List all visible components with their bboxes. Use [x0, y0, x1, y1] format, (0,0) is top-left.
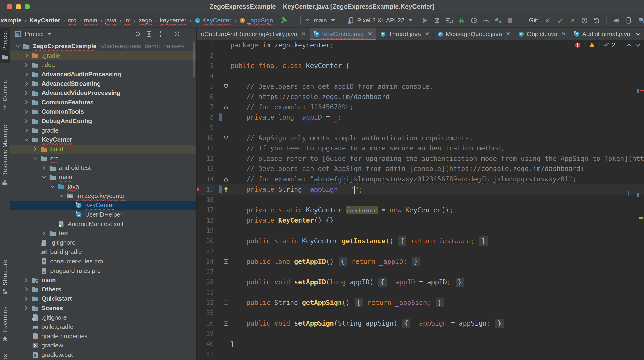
apply-changes-icon[interactable]: A	[433, 16, 441, 25]
tree-item-.idea[interactable]: .idea	[10, 60, 196, 70]
code-line-5[interactable]: 5 // Developers can get appID from admin…	[197, 81, 644, 92]
code-line-9[interactable]: 9	[197, 123, 644, 133]
breadcrumb-item-keycenter[interactable]: keycenter	[160, 17, 186, 24]
tree-item-AdvancedVideoProcessing[interactable]: AdvancedVideoProcessing	[10, 88, 196, 98]
chevron-collapsed-icon[interactable]	[22, 91, 31, 95]
inspections-widget[interactable]: 1 1 2	[575, 42, 641, 48]
chevron-collapsed-icon[interactable]	[31, 147, 40, 151]
tree-scrollbar-thumb[interactable]	[193, 42, 195, 77]
sdk-manager-icon[interactable]	[638, 16, 644, 25]
prev-problem-chevron-icon[interactable]	[626, 42, 632, 48]
code-line-39[interactable]: 39	[197, 329, 644, 339]
line-number[interactable]: 18	[197, 217, 214, 224]
breadcrumb-item-xample[interactable]: xample	[0, 17, 22, 24]
tree-item-androidTest[interactable]: androidTest	[10, 163, 196, 173]
line-number[interactable]: 11	[197, 145, 214, 152]
chevron-down-icon[interactable]	[48, 33, 52, 35]
code-line-7[interactable]: 7 // for example: 123456789L;	[197, 102, 644, 112]
chevron-expanded-icon[interactable]	[22, 137, 31, 142]
tab-MediaRecor[interactable]: CMediaRecor	[643, 28, 644, 40]
tree-item-build.gradle[interactable]: build.gradle	[10, 247, 196, 257]
chevron-collapsed-icon[interactable]	[22, 63, 31, 67]
code-line-14[interactable]: 14 // for example: "abcdefghijklmnopqrst…	[197, 174, 644, 185]
run-button[interactable]	[421, 16, 429, 25]
code-line-36[interactable]: 36 public void setAppSign(String appSign…	[197, 318, 644, 329]
chevron-collapsed-icon[interactable]	[40, 231, 48, 236]
code-line-4[interactable]: 4	[197, 71, 644, 82]
close-icon[interactable]: ✕	[424, 31, 429, 37]
chevron-collapsed-icon[interactable]	[22, 81, 31, 86]
minimize-window-button[interactable]	[16, 4, 21, 10]
chevron-collapsed-icon[interactable]	[40, 165, 48, 170]
code-line-3[interactable]: 3public final class KeyCenter {	[197, 61, 644, 71]
tree-item-KeyCenter[interactable]: CKeyCenter	[10, 201, 196, 210]
code-line-18[interactable]: 18 private KeyCenter() {}	[197, 215, 644, 226]
close-window-button[interactable]	[6, 4, 12, 10]
warning-stripe-mark[interactable]	[639, 217, 643, 219]
code-line-8[interactable]: 8 private long _appID = ;	[197, 112, 644, 123]
profile-app-icon[interactable]	[470, 16, 478, 25]
line-number[interactable]: 32	[197, 299, 214, 306]
chevron-collapsed-icon[interactable]	[22, 72, 31, 77]
line-number[interactable]: 8	[197, 114, 214, 121]
rollback-icon[interactable]	[593, 16, 600, 25]
line-number[interactable]: 27	[197, 268, 214, 275]
tree-item-Others[interactable]: Others	[10, 285, 196, 294]
tree-item-main[interactable]: main	[10, 172, 196, 182]
code-line-16[interactable]: 16	[197, 195, 644, 205]
build-hammer-icon[interactable]	[279, 16, 288, 25]
code-line-32[interactable]: 32 public String getAppSign() { return _…	[197, 298, 644, 308]
tab-AudioFormat.java[interactable]: CAudioFormat.java✕	[570, 28, 643, 40]
chevron-collapsed-icon[interactable]	[22, 287, 31, 292]
chevron-expanded-icon[interactable]	[40, 175, 48, 179]
line-number[interactable]: 13	[197, 165, 214, 172]
code-line-10[interactable]: 10 // AppSign only meets simple authenti…	[197, 133, 644, 143]
stop-button[interactable]	[506, 16, 514, 25]
line-number[interactable]: 2	[197, 52, 214, 59]
chevron-collapsed-icon[interactable]	[22, 306, 31, 310]
tab-MessageQueue.java[interactable]: CMessageQueue.java✕	[434, 28, 515, 40]
chevron-expanded-icon[interactable]	[14, 44, 22, 49]
chevron-collapsed-icon[interactable]	[22, 100, 31, 105]
project-panel-title[interactable]: Project	[25, 31, 44, 38]
fold-marker-icon[interactable]	[222, 177, 230, 182]
line-number[interactable]: 41	[197, 351, 214, 358]
fold-marker-icon[interactable]	[222, 104, 230, 110]
fold-marker-icon[interactable]	[222, 259, 230, 264]
tab-Thread.java[interactable]: CThread.java✕	[376, 28, 433, 40]
chevron-collapsed-icon[interactable]	[22, 109, 31, 114]
tab-oCaptureAndRenderingActivity.java[interactable]: oCaptureAndRenderingActivity.java✕	[197, 28, 310, 40]
stripe-item-commit[interactable]: Commit	[0, 77, 10, 113]
tree-item-AdvancedStreaming[interactable]: AdvancedStreaming	[10, 79, 196, 88]
code-line-11[interactable]: 11 // If you need to upgrade to a more s…	[197, 143, 644, 153]
close-icon[interactable]: ✕	[506, 31, 510, 37]
close-icon[interactable]: ✕	[301, 31, 306, 37]
tree-item-ZegoExpressExample[interactable]: ZegoExpressExample~/code/express_demo_na…	[10, 42, 196, 51]
run-configuration-select[interactable]: main	[300, 15, 339, 26]
line-number[interactable]: 19	[197, 227, 214, 234]
code-line-28[interactable]: 28 public void setAppID(long appID) { _a…	[197, 277, 644, 287]
close-icon[interactable]: ✕	[368, 31, 372, 37]
breadcrumb-item-KeyCenter[interactable]: CKeyCenter	[194, 17, 232, 24]
line-number[interactable]: 12	[197, 155, 214, 162]
fold-marker-icon[interactable]	[222, 280, 230, 284]
tree-item-consumer-rules.pro[interactable]: consumer-rules.pro	[10, 257, 196, 266]
tree-item-CommonTools[interactable]: CommonTools	[10, 107, 196, 116]
tree-item-.gradle[interactable]: .gradle	[10, 51, 196, 61]
intention-bulb-icon[interactable]	[222, 187, 230, 192]
line-number[interactable]: 39	[197, 330, 214, 337]
tree-item-build[interactable]: build	[10, 144, 196, 154]
code-line-31[interactable]: 31	[197, 287, 644, 298]
tree-item-Scenes[interactable]: Scenes	[10, 303, 196, 313]
locate-file-icon[interactable]	[133, 30, 142, 39]
tree-item-test[interactable]: test	[10, 229, 196, 238]
breadcrumb-item-KeyCenter[interactable]: KeyCenter	[30, 17, 60, 24]
tree-item-build.gradle[interactable]: build.gradle	[10, 322, 196, 332]
line-number[interactable]: 31	[197, 289, 214, 296]
gradle-sync-icon[interactable]	[613, 16, 620, 25]
attach-debugger-icon[interactable]	[494, 16, 502, 25]
code-line-19[interactable]: 19	[197, 226, 644, 236]
breadcrumb-item-main[interactable]: main	[84, 17, 97, 24]
tree-item-Quickstart[interactable]: Quickstart	[10, 294, 196, 303]
code-line-12[interactable]: 12 // please refer to [Guide for upgradi…	[197, 153, 644, 164]
